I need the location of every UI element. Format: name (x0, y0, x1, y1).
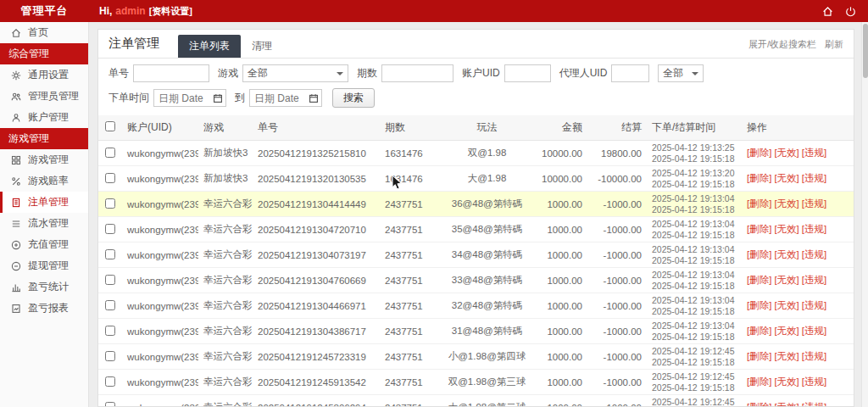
action-invalid[interactable]: [无效] (774, 198, 798, 209)
row-checkbox[interactable] (105, 300, 115, 310)
order-no-input[interactable] (133, 64, 209, 82)
date-to-input[interactable] (249, 89, 322, 107)
action-delete[interactable]: [删除] (747, 249, 771, 259)
row-checkbox[interactable] (105, 148, 115, 158)
row-checkbox[interactable] (105, 173, 115, 183)
action-invalid[interactable]: [无效] (774, 402, 798, 407)
action-invalid[interactable]: [无效] (774, 148, 798, 158)
cell-times: 2025-04-12 19:13:04 2025-04-12 19:15:18 (647, 268, 742, 293)
cell-game: 幸运六合彩 (198, 268, 253, 293)
toggle-search-link[interactable]: 展开/收起搜索栏 (748, 38, 816, 51)
action-violation[interactable]: [违规] (802, 351, 826, 361)
sidebar-item-recharge[interactable]: 充值管理 (0, 234, 88, 255)
sidebar-item-game-management[interactable]: 游戏管理 (0, 149, 88, 170)
cell-times: 2025-04-12 19:13:04 2025-04-12 19:15:18 (647, 192, 742, 217)
action-violation[interactable]: [违规] (802, 249, 826, 259)
action-invalid[interactable]: [无效] (774, 376, 798, 387)
action-violation[interactable]: [违规] (802, 326, 826, 336)
cell-order-no: 20250412191304386717 (253, 319, 380, 344)
power-icon[interactable] (845, 6, 856, 17)
row-checkbox[interactable] (105, 326, 115, 336)
action-delete[interactable]: [删除] (747, 326, 771, 336)
action-delete[interactable]: [删除] (747, 275, 771, 285)
row-checkbox[interactable] (105, 198, 115, 209)
topbar-icons (822, 6, 868, 17)
row-checkbox[interactable] (105, 249, 115, 259)
sidebar-item-withdrawals[interactable]: 提现管理 (0, 255, 88, 276)
doc-icon (11, 197, 22, 208)
action-delete[interactable]: [删除] (747, 148, 771, 158)
order-time: 2025-04-12 19:13:04 (652, 321, 737, 331)
action-delete[interactable]: [删除] (747, 351, 771, 361)
action-invalid[interactable]: [无效] (774, 275, 798, 285)
action-delete[interactable]: [删除] (747, 376, 771, 387)
row-checkbox[interactable] (105, 224, 115, 234)
account-uid-input[interactable] (504, 64, 551, 82)
home-icon[interactable] (822, 6, 833, 17)
cell-times: 2025-04-12 19:13:25 2025-04-12 19:15:18 (647, 141, 742, 166)
coin-minus-icon (11, 260, 22, 271)
search-button[interactable]: 搜索 (332, 88, 375, 108)
select-all-checkbox[interactable] (105, 121, 115, 131)
header-amount: 金额 (531, 115, 587, 141)
scrollbar-thumb[interactable] (863, 24, 868, 78)
action-delete[interactable]: [删除] (747, 402, 771, 407)
date-from-input[interactable] (153, 89, 226, 107)
action-violation[interactable]: [违规] (802, 300, 826, 310)
action-violation[interactable]: [违规] (802, 275, 826, 285)
cell-period: 2437751 (380, 217, 442, 243)
row-checkbox[interactable] (105, 275, 115, 285)
action-delete[interactable]: [删除] (747, 198, 771, 209)
action-invalid[interactable]: [无效] (774, 249, 798, 259)
status-select[interactable]: 全部 (658, 64, 704, 82)
tab-bet-list[interactable]: 注单列表 (178, 35, 241, 58)
row-checkbox[interactable] (105, 402, 115, 407)
game-select[interactable]: 全部 (242, 64, 348, 82)
action-violation[interactable]: [违规] (802, 173, 826, 183)
tab-cleanup[interactable]: 清理 (241, 35, 283, 58)
action-violation[interactable]: [违规] (802, 198, 826, 209)
action-invalid[interactable]: [无效] (774, 224, 798, 234)
orders-tbody: wukongymw(2399) 新加坡快3 202504121913252158… (98, 141, 854, 407)
sidebar-item-general-settings[interactable]: 通用设置 (0, 64, 88, 86)
sidebar-item-home[interactable]: 首页 (0, 22, 88, 43)
action-invalid[interactable]: [无效] (774, 351, 798, 361)
action-delete[interactable]: [删除] (747, 173, 771, 183)
sidebar-item-account-management[interactable]: 账户管理 (0, 107, 88, 128)
row-checkbox[interactable] (105, 376, 115, 387)
profile-settings-link[interactable]: [资料设置] (149, 5, 192, 18)
sidebar-item-profit-stats[interactable]: 盈亏统计 (0, 276, 88, 298)
vertical-scrollbar[interactable] (861, 22, 868, 407)
period-input[interactable] (381, 64, 453, 82)
sidebar-item-profit-report[interactable]: 盈亏报表 (0, 298, 88, 319)
row-checkbox-cell (98, 141, 122, 166)
action-violation[interactable]: [违规] (802, 402, 826, 407)
sidebar-item-admin-management[interactable]: 管理员管理 (0, 86, 88, 107)
sidebar-section-game-management[interactable]: 游戏管理 (0, 128, 88, 149)
cell-play: 双@1.98 (442, 141, 531, 166)
cell-order-no: 20250412191304073197 (253, 243, 380, 268)
refresh-link[interactable]: 刷新 (825, 38, 843, 51)
row-checkbox[interactable] (105, 351, 115, 361)
sidebar-item-bet-orders[interactable]: 注单管理 (0, 192, 88, 213)
cell-period: 1631476 (380, 166, 442, 192)
action-invalid[interactable]: [无效] (774, 173, 798, 183)
cell-amount: 1000.00 (531, 217, 587, 243)
cell-play: 大@1.98@第二球 (442, 395, 531, 407)
cell-period: 2437751 (380, 268, 442, 293)
action-invalid[interactable]: [无效] (774, 326, 798, 336)
chevron-down-icon (692, 72, 698, 75)
action-violation[interactable]: [违规] (802, 376, 826, 387)
sidebar-item-transactions[interactable]: 流水管理 (0, 213, 88, 234)
agent-uid-input[interactable] (611, 64, 649, 82)
account-uid-label: 账户UID (462, 66, 500, 81)
settle-time: 2025-04-12 19:15:18 (652, 306, 737, 316)
sidebar-item-game-odds[interactable]: 游戏赔率 (0, 170, 88, 192)
action-delete[interactable]: [删除] (747, 224, 771, 234)
action-violation[interactable]: [违规] (802, 148, 826, 158)
action-violation[interactable]: [违规] (802, 224, 826, 234)
sidebar-section-comprehensive-management[interactable]: 综合管理 (0, 43, 88, 64)
action-delete[interactable]: [删除] (747, 300, 771, 310)
action-invalid[interactable]: [无效] (774, 300, 798, 310)
cell-amount: 1000.00 (531, 192, 587, 217)
